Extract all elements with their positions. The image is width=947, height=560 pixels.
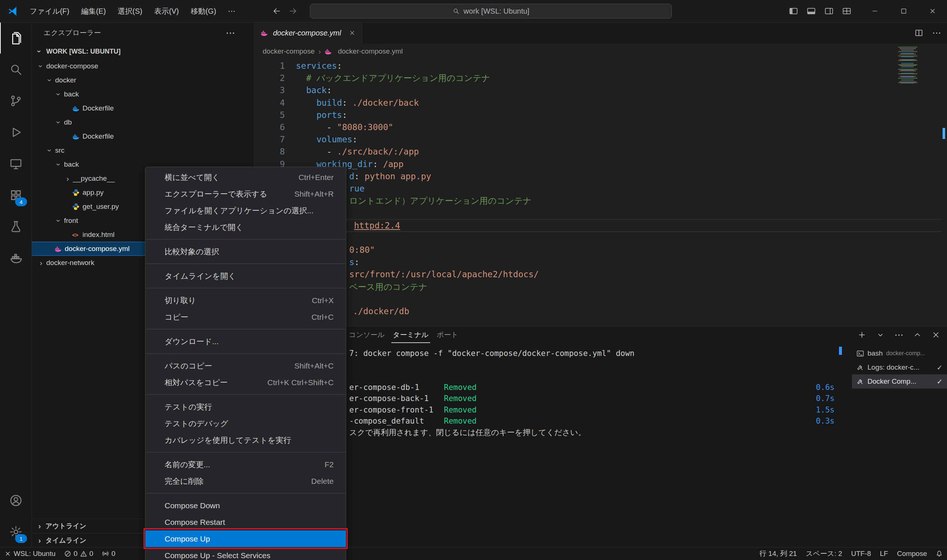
activity-settings[interactable]: 1 <box>0 516 31 548</box>
activity-remote-explorer[interactable] <box>0 148 31 179</box>
chevron-down-icon[interactable]: › <box>54 90 63 99</box>
context-menu-item-27[interactable]: Compose Up - Select Services <box>145 547 346 560</box>
tree-item-src[interactable]: ›src <box>31 143 254 157</box>
context-menu-item-5[interactable]: 比較対象の選択 <box>145 243 346 260</box>
menubar-item-4[interactable]: 移動(G) <box>185 0 222 22</box>
maximize-button[interactable] <box>889 0 918 22</box>
context-menu-item-21[interactable]: 名前の変更...F2 <box>145 456 346 473</box>
error-count: 0 <box>74 550 78 558</box>
context-menu-item-14[interactable]: パスのコピーShift+Alt+C <box>145 357 346 374</box>
toggle-sidebar-icon[interactable] <box>787 4 800 18</box>
code-text: ports: <box>296 109 347 121</box>
customize-layout-icon[interactable] <box>840 4 854 18</box>
context-menu-item-3[interactable]: 統合ターミナルで開く <box>145 219 346 235</box>
menubar-item-0[interactable]: ファイル(F) <box>24 0 75 22</box>
panel-more-icon[interactable]: ⋯ <box>895 330 903 340</box>
chevron-right-icon[interactable]: › <box>37 258 46 267</box>
panel-tab-2[interactable]: ポート <box>435 326 460 343</box>
chevron-down-icon[interactable]: › <box>46 146 54 155</box>
chevron-down-icon[interactable]: › <box>54 160 63 169</box>
activity-docker[interactable] <box>0 242 31 274</box>
dockerfile-icon <box>72 105 82 112</box>
panel-tab-1[interactable]: ターミナル <box>392 326 430 343</box>
chevron-down-icon[interactable]: › <box>46 76 54 85</box>
menubar-item-2[interactable]: 選択(S) <box>112 0 148 22</box>
status-item-3[interactable]: LF <box>875 548 892 560</box>
remote-explorer-icon <box>9 157 23 171</box>
new-terminal-icon[interactable] <box>858 331 866 339</box>
status-item-0[interactable]: 行 14, 列 21 <box>755 548 801 560</box>
forward-arrow-icon[interactable] <box>288 6 298 16</box>
terminal-dropdown-icon[interactable] <box>876 331 885 339</box>
minimize-button[interactable] <box>861 0 889 22</box>
chevron-down-icon[interactable]: › <box>54 216 63 225</box>
flask-icon <box>9 220 23 234</box>
activity-explorer[interactable] <box>0 22 31 54</box>
context-menu-item-24[interactable]: Compose Down <box>145 497 346 514</box>
menubar-item-1[interactable]: 編集(E) <box>75 0 112 22</box>
remote-indicator[interactable]: WSL: Ubuntu <box>0 548 60 560</box>
notifications-bell[interactable] <box>932 548 947 560</box>
context-menu-item-15[interactable]: 相対パスをコピーCtrl+K Ctrl+Shift+C <box>145 374 346 391</box>
chevron-down-icon[interactable]: › <box>37 62 46 71</box>
activity-run-debug[interactable] <box>0 117 31 148</box>
activity-source-control[interactable] <box>0 85 31 117</box>
context-menu-item-1[interactable]: エクスプローラーで表示するShift+Alt+R <box>145 186 346 202</box>
workspace-section-header[interactable]: › WORK [WSL: UBUNTU] <box>31 44 254 59</box>
menubar-item-3[interactable]: 表示(V) <box>148 0 185 22</box>
tree-item-db[interactable]: ›db <box>31 115 254 129</box>
ports-indicator[interactable]: 0 <box>98 548 120 560</box>
context-menu-item-22[interactable]: 完全に削除Delete <box>145 473 346 489</box>
tree-item-label: back <box>64 90 79 98</box>
panel-tab-0[interactable]: コンソール <box>347 326 386 343</box>
context-menu-item-7[interactable]: タイムラインを開く <box>145 268 346 284</box>
context-menu-item-10[interactable]: コピーCtrl+C <box>145 309 346 325</box>
context-menu-item-0[interactable]: 横に並べて開くCtrl+Enter <box>145 169 346 186</box>
tree-item-dockerfile[interactable]: ›Dockerfile <box>31 101 254 115</box>
minimap[interactable] <box>898 45 922 86</box>
breadcrumb-folder[interactable]: docker-compose <box>263 47 315 55</box>
context-menu-item-19[interactable]: カバレッジを使用してテストを実行 <box>145 432 346 448</box>
status-item-4[interactable]: Compose <box>893 548 932 560</box>
toggle-panel-icon[interactable] <box>804 4 818 18</box>
tree-item-label: __pycache__ <box>73 174 115 183</box>
status-item-1[interactable]: スペース: 2 <box>801 548 847 560</box>
back-arrow-icon[interactable] <box>272 6 282 16</box>
tree-item-docker-compose[interactable]: ›docker-compose <box>31 59 254 73</box>
close-tab-icon[interactable] <box>349 30 355 36</box>
breadcrumb-file[interactable]: docker-compose.yml <box>338 47 403 55</box>
context-menu-item-9[interactable]: 切り取りCtrl+X <box>145 292 346 309</box>
tree-item-back[interactable]: ›back <box>31 87 254 101</box>
activity-search[interactable] <box>0 54 31 85</box>
tree-item-docker[interactable]: ›docker <box>31 73 254 87</box>
toggle-secondary-sidebar-icon[interactable] <box>822 4 836 18</box>
context-menu-item-12[interactable]: ダウンロード... <box>145 333 346 350</box>
activity-extensions[interactable]: 4 <box>0 179 31 211</box>
context-menu-item-2[interactable]: ファイルを開くアプリケーションの選択... <box>145 202 346 219</box>
editor-more-icon[interactable]: ⋯ <box>932 28 941 38</box>
activity-account[interactable] <box>0 485 31 516</box>
code-area[interactable]: 1services:2 # バックエンドアプリケーション用のコンテナ3 back… <box>254 58 947 326</box>
terminal-list-item-2[interactable]: Docker Comp...✓ <box>852 374 947 388</box>
context-menu-item-17[interactable]: テストの実行 <box>145 398 346 415</box>
split-editor-icon[interactable] <box>915 28 923 37</box>
maximize-panel-icon[interactable] <box>913 331 922 339</box>
status-item-2[interactable]: UTF-8 <box>847 548 876 560</box>
workspace-section-label: WORK [WSL: UBUNTU] <box>46 48 120 55</box>
terminal-list-item-0[interactable]: bashdocker-comp... <box>852 346 947 360</box>
views-more-icon[interactable]: ⋯ <box>226 27 235 39</box>
context-menu-item-18[interactable]: テストのデバッグ <box>145 415 346 432</box>
editor-tab-docker-compose[interactable]: docker-compose.yml <box>254 22 362 44</box>
editor-actions: ⋯ <box>915 22 941 44</box>
tree-item-dockerfile[interactable]: ›Dockerfile <box>31 129 254 143</box>
menubar-more-icon[interactable]: ⋯ <box>222 0 241 22</box>
chevron-down-icon[interactable]: › <box>54 118 63 127</box>
terminal-list-item-1[interactable]: Logs: docker-c...✓ <box>852 360 947 374</box>
activity-testing[interactable] <box>0 211 31 242</box>
close-panel-icon[interactable] <box>932 331 940 339</box>
close-button[interactable] <box>918 0 947 22</box>
layout-controls <box>787 0 854 22</box>
chevron-right-icon[interactable]: › <box>63 174 72 183</box>
command-center-search[interactable]: work [WSL: Ubuntu] <box>310 4 672 18</box>
problems-indicator[interactable]: 0 0 <box>60 548 98 560</box>
